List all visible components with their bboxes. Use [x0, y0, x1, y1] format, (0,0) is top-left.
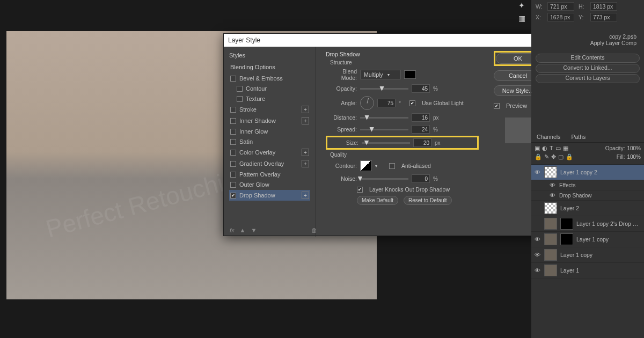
move-icon[interactable]: ✥: [551, 153, 556, 160]
convert-layers-button[interactable]: Convert to Layers: [536, 74, 640, 83]
layer-row[interactable]: Layer 2: [531, 201, 644, 216]
text-icon[interactable]: T: [550, 145, 553, 152]
noise-input[interactable]: [412, 174, 430, 183]
plus-icon[interactable]: +: [302, 192, 309, 199]
effect-checkbox[interactable]: [237, 86, 243, 92]
style-inner-glow[interactable]: Inner Glow: [229, 127, 310, 136]
knockout-checkbox[interactable]: [357, 187, 363, 193]
effect-checkbox[interactable]: [230, 161, 236, 167]
edit-contents-button[interactable]: Edit Contents: [536, 54, 640, 63]
distance-slider[interactable]: [360, 117, 408, 119]
size-slider[interactable]: [362, 142, 410, 144]
trash-icon[interactable]: 🗑: [311, 227, 317, 233]
reset-default-button[interactable]: Reset to Default: [404, 196, 452, 205]
style-satin[interactable]: Satin: [229, 137, 310, 146]
tab-channels[interactable]: Channels: [531, 131, 566, 142]
make-default-button[interactable]: Make Default: [357, 196, 398, 205]
antialiased-checkbox[interactable]: [389, 163, 395, 169]
effect-checkbox[interactable]: [230, 193, 236, 199]
style-gradient-overlay[interactable]: Gradient Overlay+: [229, 158, 310, 169]
lock-all-icon[interactable]: 🔒: [566, 153, 573, 160]
spread-input[interactable]: [412, 125, 430, 134]
brush-icon[interactable]: ✎: [544, 153, 549, 160]
plus-icon[interactable]: +: [302, 160, 309, 167]
apply-layer-comp[interactable]: Apply Layer Comp: [536, 40, 640, 46]
artboard-icon[interactable]: ▢: [558, 153, 564, 160]
noise-slider[interactable]: [360, 178, 408, 180]
spread-slider[interactable]: [360, 129, 408, 130]
tab-paths[interactable]: Paths: [566, 131, 591, 142]
style-stroke[interactable]: Stroke+: [229, 104, 310, 115]
mask-thumbnail[interactable]: [560, 233, 573, 245]
layer-row[interactable]: Layer 1 copy 2's Drop Shadow: [531, 216, 644, 232]
opacity-input[interactable]: [412, 84, 430, 93]
layer-thumbnail[interactable]: [544, 264, 557, 276]
layer-thumbnail[interactable]: [544, 202, 557, 214]
style-bevel-emboss[interactable]: Bevel & Emboss: [229, 74, 310, 83]
shadow-color-swatch[interactable]: [404, 70, 416, 79]
style-contour[interactable]: Contour: [229, 84, 310, 93]
layer-thumbnail[interactable]: [544, 218, 557, 230]
visibility-icon[interactable]: 👁: [533, 169, 541, 175]
effect-checkbox[interactable]: [230, 129, 236, 135]
lock-icon[interactable]: 🔒: [535, 153, 542, 160]
layer-row[interactable]: 👁Layer 1 copy: [531, 247, 644, 263]
effect-checkbox[interactable]: [230, 182, 236, 188]
fill-value[interactable]: 100%: [627, 154, 641, 160]
visibility-icon[interactable]: 👁: [533, 236, 541, 243]
blending-options[interactable]: Blending Options: [229, 62, 310, 72]
style-outer-glow[interactable]: Outer Glow: [229, 180, 310, 189]
visibility-icon[interactable]: 👁: [548, 192, 556, 199]
up-arrow-icon[interactable]: ▲: [240, 227, 246, 233]
visibility-icon[interactable]: 👁: [533, 267, 541, 274]
fx-icon[interactable]: fx: [230, 227, 235, 233]
opacity-value[interactable]: 100%: [627, 145, 641, 151]
layer-row[interactable]: 👁Layer 1 copy: [531, 232, 644, 247]
effect-checkbox[interactable]: [230, 76, 236, 82]
layer-thumbnail[interactable]: [544, 249, 557, 261]
effect-checkbox[interactable]: [230, 172, 236, 178]
convert-linked-button[interactable]: Convert to Linked...: [536, 64, 640, 73]
layer-row[interactable]: 👁Layer 1 copy 2: [531, 165, 644, 180]
x-value[interactable]: 1628 px: [547, 13, 574, 21]
w-value[interactable]: 721 px: [547, 2, 574, 11]
style-texture[interactable]: Texture: [229, 94, 310, 104]
opacity-slider[interactable]: [360, 88, 408, 90]
effect-checkbox[interactable]: [230, 139, 236, 145]
plus-icon[interactable]: +: [302, 106, 309, 113]
style-color-overlay[interactable]: Color Overlay+: [229, 147, 310, 158]
effect-checkbox[interactable]: [230, 150, 236, 156]
h-value[interactable]: 1813 px: [590, 2, 617, 11]
plus-icon[interactable]: +: [302, 149, 309, 156]
shape-icon[interactable]: ▭: [555, 145, 561, 152]
mask-thumbnail[interactable]: [560, 218, 573, 230]
blend-mode-select[interactable]: Multiply: [360, 70, 401, 79]
angle-input[interactable]: [377, 99, 396, 107]
style-inner-shadow[interactable]: Inner Shadow+: [229, 115, 310, 126]
global-light-checkbox[interactable]: [409, 100, 415, 106]
angle-dial[interactable]: [360, 96, 374, 110]
layer-row[interactable]: 👁Drop Shadow: [531, 190, 644, 201]
layer-thumbnail[interactable]: [544, 233, 557, 245]
layer-row[interactable]: 👁Layer 1: [531, 263, 644, 278]
size-input[interactable]: [413, 138, 431, 147]
dialog-titlebar[interactable]: Layer Style ✕: [224, 34, 547, 47]
down-arrow-icon[interactable]: ▼: [251, 227, 257, 233]
style-pattern-overlay[interactable]: Pattern Overlay: [229, 170, 310, 179]
sparkle-icon[interactable]: ✦: [517, 1, 526, 11]
effect-checkbox[interactable]: [237, 96, 243, 102]
smart-icon[interactable]: ▦: [563, 145, 568, 152]
layer-thumbnail[interactable]: [544, 166, 557, 178]
style-drop-shadow[interactable]: Drop Shadow+: [229, 190, 310, 201]
adjust-icon[interactable]: ◐: [542, 145, 547, 152]
layer-row[interactable]: 👁Effects: [531, 180, 644, 190]
y-value[interactable]: 773 px: [590, 13, 617, 21]
filter-icon[interactable]: ▣: [535, 145, 540, 152]
effect-checkbox[interactable]: [230, 107, 236, 113]
visibility-icon[interactable]: 👁: [548, 182, 556, 188]
bars-icon[interactable]: ▥: [517, 14, 526, 24]
effect-checkbox[interactable]: [230, 118, 236, 124]
visibility-icon[interactable]: 👁: [533, 252, 541, 258]
preview-checkbox[interactable]: [494, 103, 500, 109]
contour-picker[interactable]: [360, 160, 372, 171]
